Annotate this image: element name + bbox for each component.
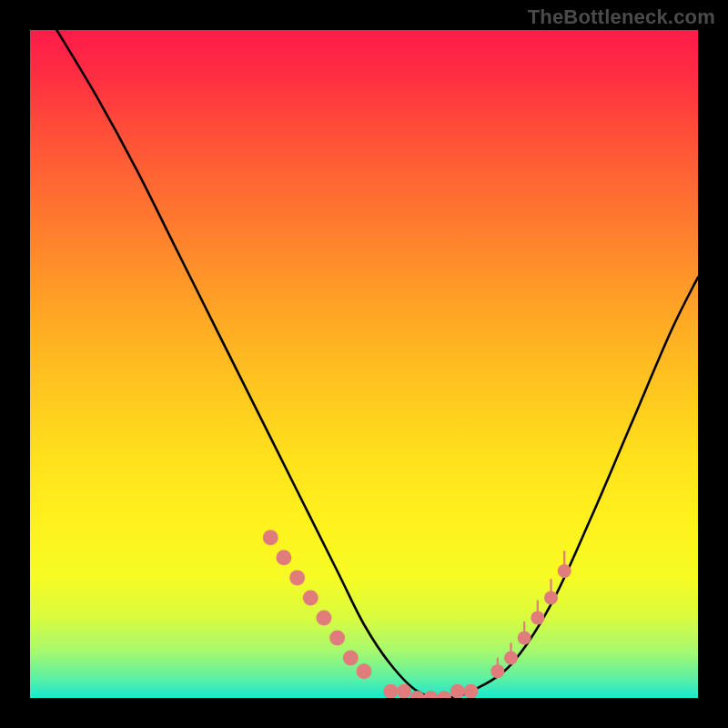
bottleneck-curve	[56, 30, 698, 698]
marker-dot	[397, 684, 411, 698]
marker-dot	[303, 590, 318, 605]
marker-dot	[544, 591, 558, 604]
marker-dot	[423, 691, 438, 698]
curve-svg	[30, 30, 698, 698]
marker-dot	[558, 564, 571, 578]
marker-dot	[276, 550, 291, 565]
marker-dot	[410, 691, 425, 698]
marker-dot	[289, 570, 305, 585]
marker-dot	[518, 631, 531, 644]
watermark-text: TheBottleneck.com	[528, 5, 715, 29]
marker-dot	[463, 684, 478, 698]
marker-dot	[450, 684, 465, 698]
marker-dot	[437, 691, 451, 698]
marker-dot	[357, 663, 372, 679]
marker-group	[263, 530, 571, 698]
chart-frame: TheBottleneck.com	[0, 0, 728, 728]
marker-dot	[531, 611, 544, 624]
marker-dot	[263, 530, 278, 545]
marker-dot	[329, 630, 345, 645]
marker-dot	[316, 610, 331, 625]
plot-area	[30, 30, 698, 698]
marker-dot	[504, 651, 518, 664]
marker-dot	[343, 650, 359, 665]
marker-dot	[383, 684, 398, 698]
marker-dot	[490, 664, 504, 678]
